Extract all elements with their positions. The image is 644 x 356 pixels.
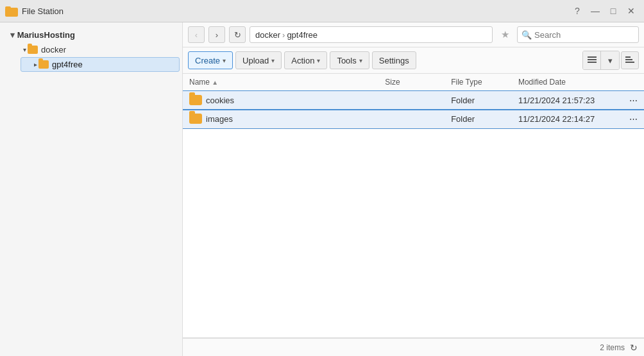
file-list-area[interactable]: Name ▲ Size File Type Modified Date: [183, 74, 644, 338]
svg-rect-5: [625, 56, 631, 58]
action-button[interactable]: Action ▾: [284, 51, 327, 69]
sidebar-subfolder: gpt4free: [18, 57, 182, 72]
file-table-body: cookies Folder 11/21/2024 21:57:23 ⋯ ima: [183, 91, 644, 128]
refresh-button[interactable]: ↻: [229, 26, 246, 43]
action-bar: Create ▾ Upload ▾ Action ▾ Tools ▾ Setti…: [183, 47, 644, 74]
svg-rect-1: [5, 6, 11, 9]
upload-label: Upload: [242, 56, 269, 65]
file-name-cell-images: images: [183, 110, 378, 128]
tools-button[interactable]: Tools ▾: [330, 51, 369, 69]
file-modified-cookies: 11/21/2024 21:57:23: [512, 91, 623, 110]
sidebar-item-gpt4free[interactable]: gpt4free: [21, 57, 180, 72]
create-label: Create: [195, 56, 220, 65]
action-label: Action: [291, 56, 314, 65]
file-size-cookies: [378, 91, 445, 110]
tools-dropdown-arrow: ▾: [359, 57, 362, 64]
settings-button[interactable]: Settings: [372, 51, 416, 69]
action-dropdown-arrow: ▾: [317, 57, 320, 64]
upload-dropdown-arrow: ▾: [271, 57, 275, 64]
path-separator: ›: [282, 30, 285, 40]
app-body: MariusHosting docker gpt4free ‹ › ↻ dock…: [0, 22, 644, 356]
settings-label: Settings: [379, 56, 409, 65]
file-type-images: Folder: [445, 110, 512, 128]
col-header-type[interactable]: File Type: [445, 74, 512, 91]
file-type-cookies: Folder: [445, 91, 512, 110]
list-view-split: ▾: [582, 51, 620, 70]
svg-rect-6: [625, 59, 632, 60]
upload-button[interactable]: Upload ▾: [235, 51, 282, 69]
sidebar: MariusHosting docker gpt4free: [0, 22, 183, 356]
file-name-images: images: [206, 114, 233, 124]
sort-asc-icon: ▲: [212, 79, 218, 86]
folder-icon-cookies: [189, 95, 202, 105]
sort-icon: [625, 56, 634, 65]
sidebar-item-gpt4free-label: gpt4free: [52, 60, 83, 69]
main-content: ‹ › ↻ docker › gpt4free ★ 🔍 Create ▾ Upl…: [183, 22, 644, 356]
create-dropdown-arrow: ▾: [223, 57, 226, 64]
search-input[interactable]: [534, 30, 634, 40]
minimize-button[interactable]: —: [588, 3, 603, 19]
path-part-docker: docker: [255, 30, 280, 40]
folder-icon: [28, 46, 38, 54]
svg-rect-7: [625, 62, 634, 63]
col-header-more: [623, 74, 644, 91]
app-icon: [5, 4, 18, 17]
forward-button[interactable]: ›: [208, 26, 225, 43]
path-bar[interactable]: docker › gpt4free: [250, 26, 493, 43]
path-part-gpt4free: gpt4free: [287, 30, 318, 40]
file-name-cookies: cookies: [206, 96, 234, 105]
toolbar: ‹ › ↻ docker › gpt4free ★ 🔍: [183, 22, 644, 47]
file-table: Name ▲ Size File Type Modified Date: [183, 74, 644, 128]
file-name-cell-cookies: cookies: [183, 91, 378, 110]
help-button[interactable]: ?: [570, 3, 585, 19]
svg-rect-0: [5, 8, 18, 17]
col-header-modified[interactable]: Modified Date: [512, 74, 623, 91]
title-bar: File Station ? — □ ✕: [0, 0, 644, 22]
back-button[interactable]: ‹: [188, 26, 205, 43]
status-bar: 2 items ↻: [183, 338, 644, 356]
list-view-icon: [588, 56, 597, 65]
table-row[interactable]: cookies Folder 11/21/2024 21:57:23 ⋯: [183, 91, 644, 110]
sidebar-host[interactable]: MariusHosting: [0, 28, 182, 42]
maximize-button[interactable]: □: [606, 3, 621, 19]
search-icon: 🔍: [521, 30, 532, 40]
app-title: File Station: [22, 6, 570, 16]
window-controls: ? — □ ✕: [570, 3, 639, 19]
list-view-dropdown[interactable]: ▾: [601, 51, 619, 69]
folder-icon-gpt4free: [38, 60, 49, 69]
sort-button[interactable]: [621, 51, 639, 69]
view-buttons: ▾: [582, 51, 639, 70]
list-view-button[interactable]: [583, 51, 601, 69]
file-size-images: [378, 110, 445, 128]
file-modified-images: 11/21/2024 22:14:27: [512, 110, 623, 128]
sidebar-item-docker[interactable]: docker: [10, 43, 180, 56]
file-more-images[interactable]: ⋯: [623, 110, 644, 128]
table-row[interactable]: images Folder 11/21/2024 22:14:27 ⋯: [183, 110, 644, 128]
svg-rect-3: [588, 59, 597, 60]
close-button[interactable]: ✕: [623, 3, 639, 19]
tools-label: Tools: [337, 56, 356, 65]
svg-rect-2: [588, 56, 597, 58]
file-table-header: Name ▲ Size File Type Modified Date: [183, 74, 644, 91]
col-header-size[interactable]: Size: [378, 74, 445, 91]
item-count: 2 items: [600, 343, 625, 352]
col-header-name[interactable]: Name ▲: [183, 74, 378, 91]
status-refresh-button[interactable]: ↻: [630, 343, 638, 353]
star-button[interactable]: ★: [496, 26, 513, 43]
search-box: 🔍: [517, 26, 639, 43]
sidebar-group-docker: docker gpt4free: [8, 43, 182, 72]
folder-icon-images: [189, 114, 202, 124]
sidebar-item-docker-label: docker: [41, 45, 66, 55]
list-view-dropdown-arrow: ▾: [608, 56, 613, 65]
svg-rect-4: [588, 62, 597, 63]
create-button[interactable]: Create ▾: [188, 51, 233, 69]
file-more-cookies[interactable]: ⋯: [623, 91, 644, 110]
